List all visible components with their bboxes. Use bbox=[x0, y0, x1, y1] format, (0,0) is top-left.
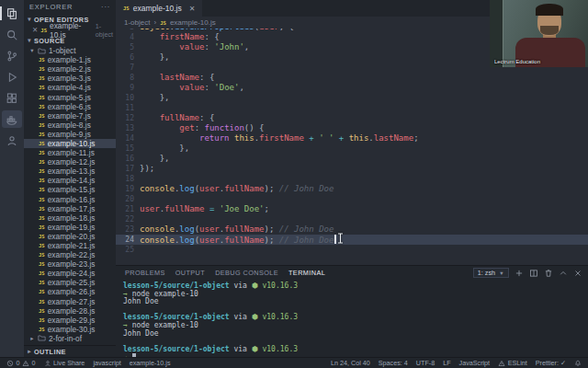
source-section-header[interactable]: ▾ SOURCE bbox=[24, 35, 116, 46]
code-line[interactable]: 16 }, bbox=[116, 154, 588, 164]
status-item-ln-24-col-40[interactable]: Ln 24, Col 40 bbox=[331, 359, 370, 367]
tree-file-example-2.js[interactable]: JSexample-2.js bbox=[24, 64, 116, 74]
panel-tab-problems[interactable]: PROBLEMS bbox=[125, 269, 165, 277]
tree-file-example-5.js[interactable]: JSexample-5.js bbox=[24, 92, 116, 101]
code-line[interactable]: 25 bbox=[116, 245, 588, 255]
activity-search-icon[interactable] bbox=[2, 26, 22, 43]
code-line[interactable]: 15 }, bbox=[116, 144, 588, 154]
code-text: fullName: { bbox=[140, 113, 588, 123]
activity-source-control-icon[interactable] bbox=[2, 47, 22, 64]
activity-docker-icon[interactable] bbox=[2, 110, 22, 128]
tree-file-example-18.js[interactable]: JSexample-18.js bbox=[24, 213, 116, 223]
tree-file-example-13.js[interactable]: JSexample-13.js bbox=[24, 167, 116, 176]
tree-file-example-23.js[interactable]: JSexample-23.js bbox=[24, 259, 116, 269]
tree-folder-1-object[interactable]: ▾1-object bbox=[24, 46, 116, 55]
code-text: console.log(user.fullName); // John Doe bbox=[140, 224, 588, 235]
new-terminal-icon[interactable] bbox=[514, 269, 524, 278]
status-item-eslint[interactable]: ESLint bbox=[498, 359, 527, 367]
maximize-panel-icon[interactable] bbox=[559, 269, 568, 278]
tree-file-example-25.js[interactable]: JSexample-25.js bbox=[24, 278, 116, 287]
code-line[interactable]: 24console.log(user.fullName); // John Do… bbox=[116, 235, 588, 245]
breadcrumb-file[interactable]: example-10.js bbox=[170, 18, 216, 27]
tree-file-example-28.js[interactable]: JSexample-28.js bbox=[24, 306, 116, 316]
file-label: example-11.js bbox=[48, 148, 95, 157]
code-token: ; bbox=[265, 204, 269, 213]
code-token: : bbox=[195, 123, 205, 132]
close-icon[interactable]: ✕ bbox=[32, 26, 38, 34]
status-item-javascript[interactable]: JavaScript bbox=[459, 359, 491, 367]
code-line[interactable]: 13 get: function() { bbox=[116, 123, 588, 133]
kill-terminal-icon[interactable] bbox=[544, 269, 553, 278]
code-line[interactable]: 19console.log(user.fullName); // John Do… bbox=[116, 184, 588, 194]
status-item-javascript[interactable]: javascript bbox=[93, 359, 120, 367]
code-line[interactable]: 18 bbox=[116, 174, 588, 184]
code-line[interactable]: 20 bbox=[116, 194, 588, 204]
code-line[interactable]: 9 value: 'Doe', bbox=[116, 83, 588, 93]
tree-file-example-17.js[interactable]: JSexample-17.js bbox=[24, 204, 116, 213]
tree-file-example-22.js[interactable]: JSexample-22.js bbox=[24, 250, 116, 259]
code-line[interactable]: 21user.fullName = 'Joe Doe'; bbox=[116, 204, 588, 214]
panel-tab-debug-console[interactable]: DEBUG CONSOLE bbox=[215, 269, 278, 277]
tree-file-example-3.js[interactable]: JSexample-3.js bbox=[24, 74, 116, 83]
tree-file-example-1.js[interactable]: JSexample-1.js bbox=[24, 55, 116, 64]
tree-file-example-16.js[interactable]: JSexample-16.js bbox=[24, 195, 116, 204]
line-number: 14 bbox=[116, 133, 140, 144]
tree-file-example-24.js[interactable]: JSexample-24.js bbox=[24, 269, 116, 278]
tree-file-example-4.js[interactable]: JSexample-4.js bbox=[24, 83, 116, 92]
close-panel-icon[interactable] bbox=[573, 269, 582, 278]
code-line[interactable]: 10 }, bbox=[116, 93, 588, 103]
tree-file-example-11.js[interactable]: JSexample-11.js bbox=[24, 148, 116, 157]
status-item-example-10-js[interactable]: example-10.js bbox=[130, 359, 171, 367]
tree-file-example-6.js[interactable]: JSexample-6.js bbox=[24, 102, 116, 111]
code-line[interactable]: 11 bbox=[116, 103, 588, 113]
code-token: // John Doe bbox=[279, 236, 334, 245]
activity-live-share-icon[interactable] bbox=[2, 132, 22, 149]
bell-icon[interactable] bbox=[574, 360, 582, 367]
split-terminal-icon[interactable] bbox=[529, 269, 538, 278]
tree-file-example-27.js[interactable]: JSexample-27.js bbox=[24, 297, 116, 306]
panel-tab-terminal[interactable]: TERMINAL bbox=[288, 269, 325, 277]
tree-file-example-10.js[interactable]: JSexample-10.js bbox=[24, 139, 116, 148]
status-item-spaces-4[interactable]: Spaces: 4 bbox=[379, 359, 408, 367]
tab-example-10.js[interactable]: JSexample-10.js✕ bbox=[116, 0, 202, 17]
status-problems[interactable]: 00 bbox=[6, 359, 36, 367]
tree-folder-2-for-in-of[interactable]: ▸2-for-in-of bbox=[24, 334, 116, 343]
tree-file-example-9.js[interactable]: JSexample-9.js bbox=[24, 130, 116, 139]
code-line[interactable]: 14 return this.firstName + ' ' + this.la… bbox=[116, 133, 588, 144]
tree-file-example-21.js[interactable]: JSexample-21.js bbox=[24, 241, 116, 250]
code-token: defineProperties bbox=[175, 29, 254, 31]
terminal-shell-select[interactable]: 1: zsh ▾ bbox=[473, 268, 509, 278]
code-line[interactable]: 23console.log(user.fullName); // John Do… bbox=[116, 224, 588, 235]
code-line[interactable]: 8 lastName: { bbox=[116, 73, 588, 83]
activity-explorer-icon[interactable] bbox=[2, 5, 22, 22]
activity-run-debug-icon[interactable] bbox=[2, 68, 22, 86]
close-icon[interactable]: ✕ bbox=[189, 5, 196, 13]
code-line[interactable]: 17}); bbox=[116, 164, 588, 174]
status-item-utf-8[interactable]: UTF-8 bbox=[416, 359, 435, 367]
line-number: 19 bbox=[116, 184, 140, 194]
terminal-output[interactable]: lesson-5/source/1-object via ⬢ v10.16.3→… bbox=[116, 280, 588, 357]
tree-file-example-15.js[interactable]: JSexample-15.js bbox=[24, 185, 116, 194]
code-token: fullName bbox=[164, 204, 204, 213]
outline-section-header[interactable]: ▸ OUTLINE bbox=[24, 345, 116, 357]
code-line[interactable]: 22 bbox=[116, 214, 588, 224]
activity-extensions-icon[interactable] bbox=[2, 89, 22, 107]
tree-file-example-30.js[interactable]: JSexample-30.js bbox=[24, 325, 116, 334]
status-item-prettier-[interactable]: Prettier: ✓ bbox=[536, 359, 566, 367]
status-item-live-share[interactable]: Live Share bbox=[44, 359, 85, 367]
status-item-lf[interactable]: LF bbox=[443, 359, 450, 367]
tree-file-example-20.js[interactable]: JSexample-20.js bbox=[24, 232, 116, 241]
tree-file-example-12.js[interactable]: JSexample-12.js bbox=[24, 157, 116, 167]
tree-file-example-7.js[interactable]: JSexample-7.js bbox=[24, 111, 116, 121]
tree-file-example-8.js[interactable]: JSexample-8.js bbox=[24, 121, 116, 130]
code-line[interactable]: 12 fullName: { bbox=[116, 113, 588, 123]
tree-file-example-19.js[interactable]: JSexample-19.js bbox=[24, 223, 116, 232]
panel-tab-output[interactable]: OUTPUT bbox=[175, 269, 205, 277]
sidebar-actions-icon[interactable]: ··· bbox=[101, 3, 110, 11]
tree-file-example-29.js[interactable]: JSexample-29.js bbox=[24, 316, 116, 325]
open-editor-item[interactable]: ✕JSexample-10.js1-object bbox=[24, 25, 116, 35]
tree-file-example-26.js[interactable]: JSexample-26.js bbox=[24, 287, 116, 296]
panel-controls: 1: zsh ▾ bbox=[473, 268, 582, 278]
breadcrumb-folder[interactable]: 1-object bbox=[124, 18, 150, 27]
tree-file-example-14.js[interactable]: JSexample-14.js bbox=[24, 176, 116, 185]
